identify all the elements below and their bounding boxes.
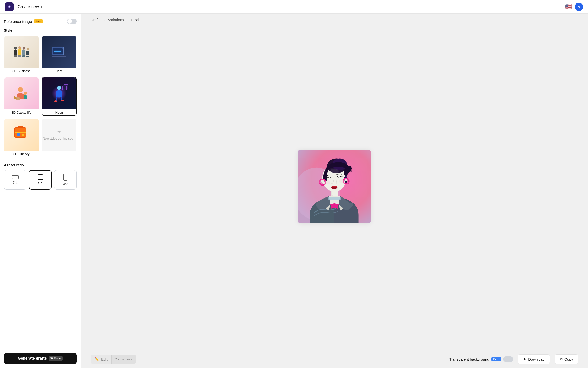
aspect-options: 7:4 1:1 4:7 (4, 170, 77, 190)
aspect-btn-7-4[interactable]: 7:4 (4, 170, 26, 190)
transparent-bg-label: Transparent background (449, 357, 489, 361)
svg-point-22 (339, 176, 340, 177)
coming-soon-text: New styles coming soon! (43, 137, 75, 141)
person-2 (18, 46, 21, 57)
create-new-button[interactable]: Create new + (18, 4, 43, 9)
style-img-coming: ✦ New styles coming soon! (42, 119, 76, 151)
style-card-haze-label: Haze (42, 68, 76, 74)
computer-desk (52, 47, 66, 57)
main-layout: Reference image New Style (0, 14, 588, 368)
aspect-label-4-7: 4:7 (63, 182, 68, 186)
copy-button[interactable]: ⧉ Copy (555, 354, 578, 364)
transparent-background-control: Transparent background Beta (449, 356, 513, 362)
generate-section: Generate drafts ⌘ Enter (4, 349, 77, 368)
style-card-3d-fluency-label: 3D Fluency (4, 151, 39, 157)
svg-point-6 (57, 86, 61, 90)
toolbar-right: Transparent background Beta ⬇ Download ⧉… (449, 354, 578, 364)
style-card-3d-business-label: 3D Business (4, 68, 39, 74)
flag-icon: 🇺🇸 (565, 4, 572, 10)
kbd-icon: ⌘ (50, 357, 53, 360)
style-card-3d-business[interactable]: 3D Business (4, 35, 39, 74)
aspect-box-1-1 (38, 174, 43, 180)
aspect-ratio-section: Aspect ratio 7:4 1:1 (4, 163, 77, 190)
toolbar-left: ✏️ Edit Coming soon (91, 355, 136, 364)
new-badge: New (34, 19, 43, 23)
aspect-label-7-4: 7:4 (13, 181, 17, 184)
breadcrumb-arrow-1: → (102, 18, 106, 22)
topbar: Create new + 🇺🇸 N (0, 0, 588, 14)
copy-label: Copy (564, 357, 573, 361)
aspect-4-7-inner: 4:7 (63, 174, 68, 186)
kbd-enter: Enter (54, 357, 61, 360)
breadcrumb: Drafts → Variations → Final (81, 14, 588, 25)
style-grid: 3D Business Haze (4, 35, 77, 157)
image-container (81, 25, 588, 351)
svg-point-28 (339, 179, 345, 183)
screen-glow (54, 51, 61, 52)
svg-point-19 (330, 177, 330, 177)
breadcrumb-final[interactable]: Final (131, 18, 139, 22)
style-card-neon-label: Neon (42, 109, 76, 115)
style-section-title: Style (4, 28, 77, 32)
reference-image-label: Reference image New (4, 19, 43, 24)
topbar-right: 🇺🇸 N (565, 3, 583, 11)
aspect-box-7-4 (12, 175, 19, 179)
download-label: Download (528, 357, 545, 361)
copy-icon: ⧉ (560, 357, 563, 361)
keyboard-shortcut: ⌘ Enter (49, 356, 63, 361)
style-card-neon[interactable]: Neon (42, 77, 77, 116)
svg-point-4 (14, 97, 17, 99)
reference-image-text: Reference image (4, 19, 32, 24)
coming-soon-badge: Coming soon (111, 355, 136, 364)
person-3 (22, 47, 25, 57)
suitcase (14, 127, 26, 138)
breadcrumb-drafts[interactable]: Drafts (91, 18, 100, 22)
transparent-bg-toggle[interactable] (503, 356, 513, 362)
reference-image-toggle[interactable] (67, 19, 77, 24)
people-figures (14, 46, 29, 57)
svg-point-21 (339, 176, 340, 177)
coming-soon-icon: ✦ (57, 129, 61, 135)
breadcrumb-variations[interactable]: Variations (108, 18, 124, 22)
svg-point-8 (61, 100, 64, 101)
download-icon: ⬇ (523, 357, 526, 361)
style-img-casual (4, 77, 39, 109)
edit-button[interactable]: ✏️ Edit (91, 355, 111, 364)
aspect-1-1-inner: 1:1 (38, 174, 43, 185)
style-card-3d-casual[interactable]: 3D Casual life (4, 77, 39, 116)
main-image-wrapper (298, 150, 371, 223)
download-button[interactable]: ⬇ Download (518, 354, 550, 364)
style-img-fluency (4, 119, 39, 151)
aspect-btn-1-1[interactable]: 1:1 (29, 170, 52, 190)
monitor (52, 47, 64, 55)
create-new-icon: + (40, 4, 43, 9)
topbar-left: Create new + (5, 2, 43, 11)
generate-drafts-button[interactable]: Generate drafts ⌘ Enter (4, 353, 77, 364)
person-1 (14, 47, 17, 57)
aspect-7-4-inner: 7:4 (12, 175, 19, 184)
style-img-3dbusiness (4, 36, 39, 68)
bottom-toolbar: ✏️ Edit Coming soon Transparent backgrou… (81, 351, 588, 368)
edit-label: Edit (101, 357, 108, 361)
app-logo (5, 2, 14, 11)
generate-label: Generate drafts (18, 356, 47, 361)
monitor-screen (53, 48, 63, 54)
aspect-btn-4-7[interactable]: 4:7 (54, 170, 77, 190)
style-img-neon (42, 77, 76, 109)
svg-point-18 (330, 177, 331, 178)
svg-point-27 (324, 180, 330, 184)
svg-point-1 (18, 87, 23, 92)
reference-image-row: Reference image New (4, 19, 77, 24)
edit-pencil-icon: ✏️ (95, 357, 99, 361)
style-card-haze[interactable]: Haze (42, 35, 77, 74)
create-new-label: Create new (18, 4, 39, 9)
person-4 (26, 48, 29, 57)
style-img-haze (42, 36, 76, 68)
svg-point-2 (24, 92, 27, 95)
aspect-ratio-title: Aspect ratio (4, 163, 77, 167)
style-card-3d-casual-label: 3D Casual life (4, 109, 39, 115)
style-card-3d-fluency[interactable]: 3D Fluency (4, 118, 39, 157)
sidebar: Reference image New Style (0, 14, 81, 368)
user-avatar[interactable]: N (575, 3, 583, 11)
aspect-box-4-7 (63, 174, 67, 181)
